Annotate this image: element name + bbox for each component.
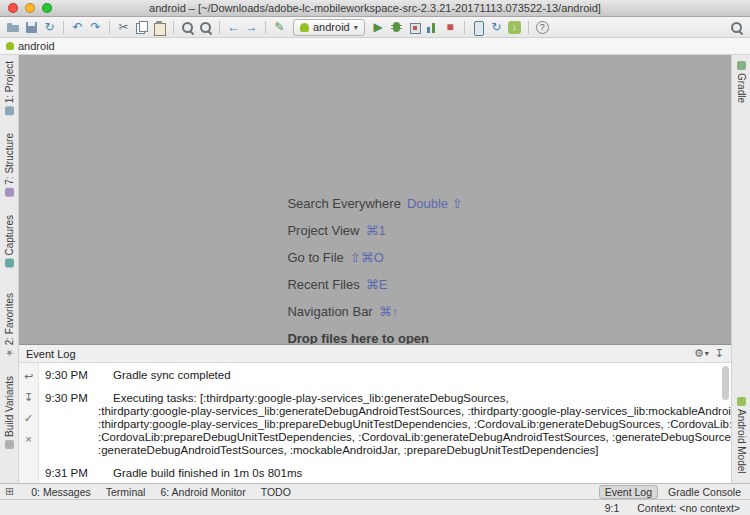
sidebar-item-structure[interactable]: 7: Structure bbox=[4, 133, 15, 197]
left-tool-stripe: 1: Project 7: Structure Captures ★ 2: Fa… bbox=[0, 55, 19, 483]
sync-icon[interactable]: ↻ bbox=[41, 19, 58, 36]
shortcut-label: Navigation Bar bbox=[287, 303, 372, 320]
hide-panel-icon[interactable]: ↧ bbox=[715, 347, 724, 360]
run-button[interactable]: ▶ bbox=[370, 19, 387, 36]
close-window-button[interactable] bbox=[8, 3, 18, 13]
event-log-scrollbar[interactable] bbox=[721, 366, 730, 480]
scroll-to-end-icon[interactable]: ↧ bbox=[22, 390, 36, 404]
toolbar-separator bbox=[265, 21, 266, 34]
log-text: Gradle sync completed bbox=[113, 369, 231, 381]
context-indicator[interactable]: Context: <no context> bbox=[637, 502, 740, 514]
cut-icon[interactable]: ✂ bbox=[115, 19, 132, 36]
window-controls bbox=[8, 3, 52, 13]
clear-log-icon[interactable]: × bbox=[22, 432, 36, 446]
build-variants-icon bbox=[5, 440, 14, 449]
tool-window-bar-right: Event Log Gradle Console bbox=[599, 485, 741, 499]
sidebar-item-label: Android Model bbox=[736, 409, 747, 473]
log-text: :generateDebugAndroidTestSources, :mocka… bbox=[45, 444, 717, 457]
soft-wrap-icon[interactable]: ↩ bbox=[22, 369, 36, 383]
gradle-sync-icon[interactable]: ↻ bbox=[488, 19, 505, 36]
android-monitor-icon[interactable] bbox=[424, 19, 441, 36]
event-log-content[interactable]: 9:30 PMGradle sync completed 9:30 PMExec… bbox=[39, 363, 731, 483]
sidebar-item-project[interactable]: 1: Project bbox=[4, 61, 15, 115]
sidebar-item-label: Build Variants bbox=[4, 376, 15, 437]
center-pane: Search Everywhere Double ⇧ Project View … bbox=[19, 55, 731, 483]
status-bar: 9:1 Context: <no context> bbox=[0, 499, 750, 515]
toolbar-separator bbox=[528, 21, 529, 34]
scrollbar-thumb[interactable] bbox=[722, 366, 729, 400]
shortcut-label: Recent Files bbox=[287, 276, 359, 293]
sidebar-item-label: 7: Structure bbox=[4, 133, 15, 185]
back-icon[interactable]: ← bbox=[225, 19, 242, 36]
module-android-icon bbox=[6, 42, 14, 50]
window-title: android – [~/Downloads/adobe-lc-mobilewo… bbox=[149, 2, 601, 14]
replace-icon[interactable] bbox=[197, 19, 214, 36]
sidebar-item-gradle[interactable]: Gradle bbox=[736, 61, 747, 103]
event-log-toolbar: ↩ ↧ ✓ × bbox=[19, 363, 39, 483]
settings-gear-icon[interactable]: ⚙▾ bbox=[694, 347, 709, 360]
android-model-icon bbox=[737, 397, 746, 406]
forward-icon[interactable]: → bbox=[243, 19, 260, 36]
shortcut-row: Go to File ⇧⌘O bbox=[287, 249, 383, 266]
shortcut-row: Project View ⌘1 bbox=[287, 222, 385, 239]
shortcut-label: Search Everywhere bbox=[287, 195, 400, 212]
sidebar-item-android-model[interactable]: Android Model bbox=[736, 397, 747, 473]
chevron-down-icon: ▾ bbox=[354, 23, 358, 32]
captures-icon bbox=[5, 259, 14, 268]
sidebar-item-favorites[interactable]: ★ 2: Favorites bbox=[4, 293, 15, 358]
toolwindow-button-gradle-console[interactable]: Gradle Console bbox=[668, 486, 741, 498]
toolbar-separator bbox=[109, 21, 110, 34]
breadcrumb[interactable]: android bbox=[18, 40, 55, 52]
log-text: :thirdparty:google-play-services_lib:gen… bbox=[45, 405, 717, 418]
search-everywhere-icon[interactable] bbox=[728, 19, 745, 36]
editor-empty-area[interactable]: Search Everywhere Double ⇧ Project View … bbox=[19, 55, 731, 344]
navigation-bar: android bbox=[0, 38, 750, 55]
minimize-window-button[interactable] bbox=[25, 3, 35, 13]
zoom-window-button[interactable] bbox=[42, 3, 52, 13]
caret-position[interactable]: 9:1 bbox=[605, 502, 620, 514]
tool-window-switcher-icon[interactable]: ⊞ bbox=[5, 485, 14, 498]
run-configuration-select[interactable]: android ▾ bbox=[293, 19, 365, 36]
log-timestamp: 9:30 PM bbox=[45, 369, 107, 382]
help-icon[interactable] bbox=[536, 21, 549, 34]
edit-configurations-icon[interactable]: ✎ bbox=[271, 19, 288, 36]
debug-button[interactable] bbox=[388, 19, 405, 36]
run-with-coverage-icon[interactable] bbox=[406, 19, 423, 36]
toolbar-separator bbox=[173, 21, 174, 34]
log-timestamp: 9:30 PM bbox=[45, 392, 107, 405]
mark-all-read-icon[interactable]: ✓ bbox=[22, 411, 36, 425]
undo-icon[interactable]: ↶ bbox=[69, 19, 86, 36]
event-log-header: Event Log ⚙▾ ↧ bbox=[19, 345, 731, 363]
stop-button[interactable]: ■ bbox=[442, 19, 459, 36]
toolwindow-button-terminal[interactable]: Terminal bbox=[106, 486, 146, 498]
titlebar: android – [~/Downloads/adobe-lc-mobilewo… bbox=[0, 0, 750, 17]
event-log-title: Event Log bbox=[26, 348, 76, 360]
main-area: 1: Project 7: Structure Captures ★ 2: Fa… bbox=[0, 55, 750, 483]
redo-icon[interactable]: ↷ bbox=[87, 19, 104, 36]
sdk-manager-icon[interactable] bbox=[508, 21, 521, 34]
shortcut-keys: ⌘E bbox=[366, 276, 388, 293]
copy-icon[interactable] bbox=[133, 19, 150, 36]
shortcut-keys: ⇧⌘O bbox=[350, 249, 384, 266]
sidebar-item-build-variants[interactable]: Build Variants bbox=[4, 376, 15, 449]
toolwindow-button-todo[interactable]: TODO bbox=[261, 486, 291, 498]
toolwindow-button-event-log[interactable]: Event Log bbox=[599, 485, 658, 499]
shortcut-keys: ⌘1 bbox=[365, 222, 385, 239]
log-timestamp: 9:31 PM bbox=[45, 467, 107, 480]
avd-manager-icon[interactable] bbox=[470, 19, 487, 36]
paste-icon[interactable] bbox=[151, 19, 168, 36]
gradle-icon bbox=[737, 61, 746, 70]
log-text: :CordovaLib:prepareDebugUnitTestDependen… bbox=[45, 431, 717, 444]
log-message: 9:30 PMGradle sync completed bbox=[45, 369, 717, 382]
sidebar-item-label: Gradle bbox=[736, 73, 747, 103]
structure-icon bbox=[5, 188, 14, 197]
star-icon: ★ bbox=[4, 348, 14, 358]
android-icon bbox=[300, 23, 309, 32]
toolwindow-button-messages[interactable]: 0: Messages bbox=[31, 486, 91, 498]
sidebar-item-captures[interactable]: Captures bbox=[4, 215, 15, 268]
open-icon[interactable] bbox=[5, 19, 22, 36]
main-toolbar: ↻ ↶ ↷ ✂ ← → ✎ android ▾ ▶ ■ ↻ bbox=[0, 17, 750, 38]
find-icon[interactable] bbox=[179, 19, 196, 36]
save-all-icon[interactable] bbox=[23, 19, 40, 36]
toolwindow-button-android-monitor[interactable]: 6: Android Monitor bbox=[160, 486, 245, 498]
